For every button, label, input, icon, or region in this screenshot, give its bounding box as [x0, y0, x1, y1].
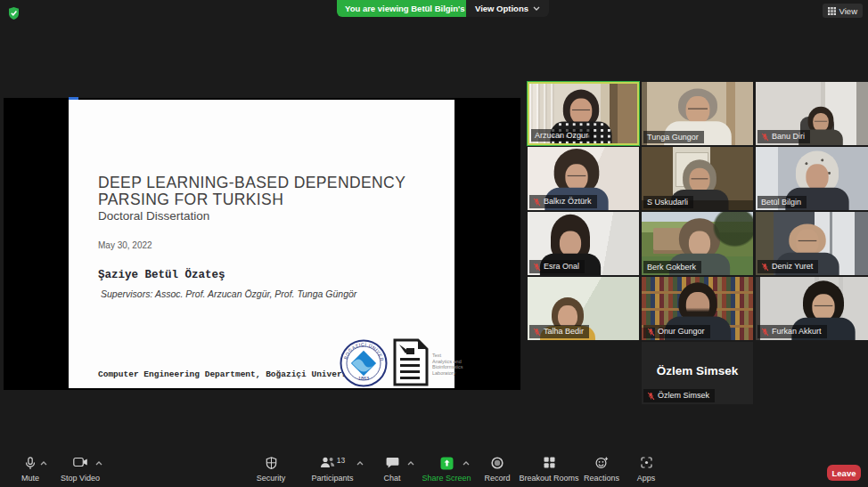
video-camera-icon [73, 457, 88, 467]
muted-mic-icon [761, 133, 769, 142]
participant-name: Arzucan Ozgur [535, 132, 588, 140]
participant-name: Furkan Akkurt [772, 328, 822, 336]
zoom-meeting-window: You are viewing Betül Bilgin's screen Vi… [0, 0, 868, 487]
tabi-lab-logo [391, 337, 430, 388]
view-layout-button[interactable]: View [823, 4, 863, 18]
participants-count: 13 [337, 456, 345, 465]
reactions-icon [595, 457, 609, 469]
participant-nameplate: Esra Onal [529, 260, 585, 273]
tabi-lab-name: Text Analytics and Bioinformatics Labora… [432, 353, 463, 376]
video-tile[interactable]: Balkız Öztürk [528, 147, 639, 210]
chevron-down-icon [533, 6, 540, 11]
slide-title: DEEP LEARNING-BASED DEPENDENCY PARSING F… [98, 175, 405, 208]
participant-nameplate: Furkan Akkurt [757, 325, 827, 338]
participant-name: Deniz Yuret [772, 263, 813, 271]
slide-supervisors: Supervisors: Assoc. Prof. Arzucan Özgür,… [101, 288, 356, 299]
participant-nameplate: Deniz Yuret [757, 260, 818, 273]
participant-name: Talha Bedir [544, 328, 584, 336]
participant-nameplate: S Uskudarli [643, 196, 693, 208]
video-tile[interactable]: Arzucan Ozgur [528, 82, 639, 145]
participant-name: Tunga Gungor [647, 134, 699, 142]
participants-button[interactable]: 13 Participants [304, 457, 361, 483]
grid-view-icon [828, 7, 836, 15]
chevron-up-icon[interactable] [407, 461, 414, 466]
muted-mic-icon [647, 328, 655, 337]
chevron-up-icon[interactable] [356, 461, 364, 466]
participants-icon [320, 457, 335, 468]
video-tile[interactable]: Deniz Yuret [756, 212, 868, 275]
participant-name: S Uskudarli [647, 199, 688, 207]
security-shield-icon [266, 457, 277, 469]
video-tile[interactable]: Furkan Akkurt [756, 277, 868, 340]
participant-nameplate: Balkız Öztürk [529, 195, 597, 208]
presentation-slide: DEEP LEARNING-BASED DEPENDENCY PARSING F… [69, 100, 454, 388]
participant-nameplate: Arzucan Ozgur [531, 129, 594, 142]
muted-mic-icon [533, 328, 541, 337]
breakout-rooms-icon [544, 457, 555, 468]
participant-name: Esra Onal [544, 263, 579, 271]
muted-mic-icon [647, 392, 655, 401]
slide-footer: Computer Engineering Department, Boğaziç… [98, 369, 362, 379]
chevron-up-icon[interactable] [463, 461, 470, 466]
microphone-icon [25, 457, 36, 470]
video-tile[interactable]: Esra Onal [528, 212, 639, 275]
participant-nameplate: Talha Bedir [529, 325, 589, 338]
video-tile[interactable]: S Uskudarli [642, 147, 753, 210]
muted-mic-icon [761, 263, 769, 272]
video-tile[interactable]: Özlem Simsek Özlem Simsek [642, 342, 753, 404]
participant-nameplate: Banu Diri [757, 130, 810, 143]
screen-share-region: DEEP LEARNING-BASED DEPENDENCY PARSING F… [4, 98, 520, 390]
participant-nameplate: Özlem Simsek [643, 389, 715, 402]
participant-name: Berk Gokberk [647, 264, 696, 272]
muted-mic-icon [533, 198, 541, 207]
participant-nameplate: Tunga Gungor [643, 131, 704, 143]
chat-bubble-icon [386, 457, 399, 468]
security-button[interactable]: Security [242, 457, 299, 483]
video-tile[interactable]: Berk Gokberk [642, 212, 753, 275]
chevron-up-icon[interactable] [95, 461, 102, 466]
leave-button[interactable]: Leave [827, 465, 861, 481]
muted-mic-icon [761, 328, 769, 337]
muted-mic-icon [533, 263, 541, 272]
participant-name: Özlem Simsek [658, 392, 709, 400]
record-icon [491, 457, 504, 469]
video-tile[interactable]: Banu Diri [756, 82, 868, 145]
slide-subtitle: Doctoral Dissertation [98, 209, 209, 223]
video-tile[interactable]: Tunga Gungor [642, 82, 753, 145]
participant-name: Betül Bilgin [761, 199, 801, 207]
svg-text:1863: 1863 [358, 376, 369, 381]
chevron-up-icon[interactable] [40, 461, 47, 466]
bogazici-university-seal: BOĞAZİÇİ ÜNİVERSİTESİ 1863 [340, 339, 388, 387]
video-tile[interactable]: Talha Bedir [528, 277, 639, 340]
participant-display-name: Özlem Simsek [642, 364, 753, 377]
encryption-shield-icon[interactable] [7, 6, 20, 20]
participant-name: Onur Gungor [658, 328, 705, 336]
apps-icon [641, 457, 652, 468]
share-screen-icon [440, 457, 454, 470]
video-tile[interactable]: Betül Bilgin [756, 147, 868, 210]
video-tile[interactable]: Onur Gungor [642, 277, 753, 340]
participant-nameplate: Berk Gokberk [643, 261, 701, 273]
meeting-toolbar: Mute Stop Video Security 13 Participants… [0, 454, 868, 487]
apps-button[interactable]: Apps [618, 457, 675, 483]
participant-nameplate: Betül Bilgin [757, 196, 807, 208]
view-options-button[interactable]: View Options [466, 0, 549, 17]
slide-date: May 30, 2022 [98, 240, 152, 250]
participant-nameplate: Onur Gungor [643, 325, 710, 338]
slide-author: Şaziye Betül Özateş [98, 269, 225, 281]
participant-name: Balkız Öztürk [544, 198, 592, 206]
mute-button[interactable]: Mute [2, 457, 59, 483]
participant-name: Banu Diri [772, 133, 805, 141]
